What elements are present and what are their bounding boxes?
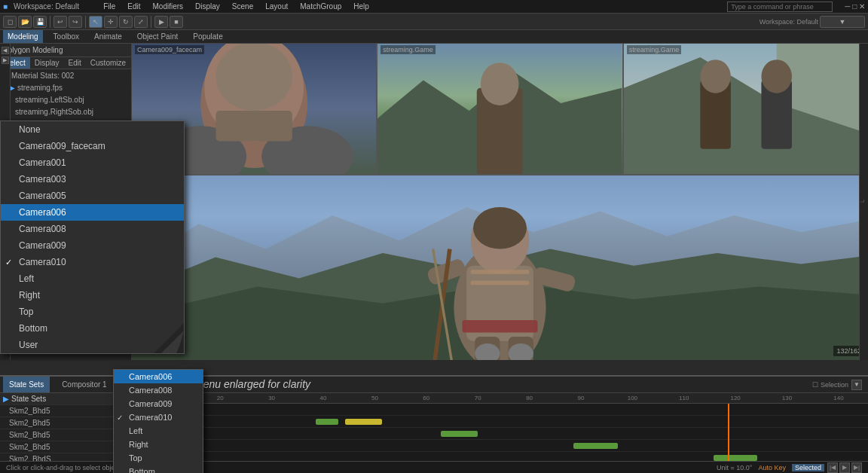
dropdown-label: Left	[129, 426, 142, 435]
dropdown-label: Camera009	[19, 240, 66, 251]
dropdown-label: Camera003	[19, 174, 66, 185]
selection-label: ☐ Selection	[812, 381, 848, 389]
tree-item[interactable]: streaming.LeftSb.obj	[0, 93, 131, 105]
keyframe-green-3[interactable]	[573, 443, 618, 449]
ruler-40: 40	[320, 395, 327, 401]
dropdown-item-cam009face[interactable]: Camera009_facecam	[1, 138, 184, 154]
next-frame-btn[interactable]: ▶|	[851, 462, 862, 473]
ruler-50: 50	[371, 395, 378, 401]
dropdown-right-right[interactable]: Right	[114, 438, 203, 451]
tool-rotate[interactable]: ↻	[119, 16, 133, 28]
viewport-main[interactable]: Camera006 132/162	[132, 175, 868, 360]
sub-tab-display[interactable]: Display	[30, 57, 64, 69]
dropdown-right-cam008[interactable]: Camera008	[114, 383, 203, 397]
menu-file[interactable]: File	[100, 2, 118, 11]
tree-item[interactable]: ▶ Material Stats: 002	[0, 69, 131, 81]
tree-item[interactable]: streaming.RightSob.obj	[0, 105, 131, 117]
unit-label: Unit = 10.0°	[717, 464, 752, 471]
dropdown-label: Left	[19, 273, 34, 284]
dropdown-right-cam006[interactable]: Camera006	[114, 370, 203, 383]
menu-display[interactable]: Display	[192, 2, 223, 11]
viewport-top-right[interactable]: streaming.Game	[624, 44, 868, 174]
ruler-30: 30	[268, 395, 275, 401]
track-label-statesets: ▶ State Sets	[0, 393, 131, 405]
tool-new[interactable]: ◻	[3, 16, 17, 28]
vtool-1[interactable]: ◀	[2, 47, 9, 54]
tool-open[interactable]: 📂	[18, 16, 32, 28]
dropdown-menu-main: None Camera009_facecam Camera001 Camera0…	[0, 121, 185, 354]
viewport-top-row: Camera009_facecam	[132, 44, 868, 175]
menu-help[interactable]: Help	[350, 2, 372, 11]
dropdown-label: Camera008	[19, 224, 66, 234]
vtool-2[interactable]: ▶	[2, 56, 9, 64]
dropdown-right-top[interactable]: Top	[114, 451, 203, 465]
dropdown-item-cam001[interactable]: Camera001	[1, 154, 184, 171]
menu-edit[interactable]: Edit	[124, 2, 143, 11]
tl-tab-statesets[interactable]: State Sets	[3, 377, 50, 392]
ruler-120: 120	[730, 395, 740, 401]
dropdown-item-top[interactable]: Top	[1, 304, 184, 320]
ruler-80: 80	[526, 395, 533, 401]
dropdown-label: Camera009_facecam	[19, 141, 105, 151]
ruler-70: 70	[475, 395, 481, 401]
ruler-60: 60	[423, 395, 429, 401]
keyframe-green-4[interactable]	[714, 455, 758, 461]
keyframe-yellow-1[interactable]	[345, 419, 382, 425]
dropdown-label: Camera010	[19, 257, 66, 267]
checkmark-icon: ✓	[5, 258, 12, 267]
keyframe-green-2[interactable]	[441, 431, 478, 437]
right-label: └	[860, 200, 867, 204]
dropdown-item-cam006[interactable]: Camera006	[1, 204, 184, 221]
tool-undo[interactable]: ↩	[53, 16, 67, 28]
menu-matchgroup[interactable]: MatchGroup	[297, 2, 344, 11]
viewport-area: Camera009_facecam	[132, 44, 868, 360]
svg-point-18	[761, 60, 792, 93]
search-input[interactable]	[727, 2, 833, 12]
mode-populate[interactable]: Populate	[188, 30, 227, 43]
mode-toolbox[interactable]: Toolbox	[49, 30, 84, 43]
panel-title: Polygon Modeling	[3, 46, 63, 54]
keyframe-green-1[interactable]	[316, 419, 338, 425]
tool-redo[interactable]: ↪	[69, 16, 82, 28]
tool-save[interactable]: 💾	[33, 16, 47, 28]
tool-stop[interactable]: ■	[170, 16, 183, 28]
tool-move[interactable]: ✛	[104, 16, 118, 28]
play-btn[interactable]: ▶	[839, 462, 850, 473]
ruler-100: 100	[628, 395, 637, 401]
ruler-110: 110	[679, 395, 689, 401]
dropdown-item-left[interactable]: Left	[1, 270, 184, 287]
dropdown-label: Camera008	[129, 386, 172, 395]
tl-tab-compositor[interactable]: Compositor 1	[56, 377, 112, 392]
dropdown-right-cam010[interactable]: ✓ Camera010	[114, 410, 203, 424]
menu-layout[interactable]: Layout	[262, 2, 291, 11]
dropdown-right-left[interactable]: Left	[114, 424, 203, 438]
dropdown-item-cam009[interactable]: Camera009	[1, 237, 184, 254]
mode-objectpaint[interactable]: Object Paint	[133, 30, 182, 43]
menu-scene[interactable]: Scene	[229, 2, 256, 11]
tool-play[interactable]: ▶	[154, 16, 168, 28]
dropdown-item-cam005[interactable]: Camera005	[1, 188, 184, 204]
tl-filter-btn[interactable]: ▼	[851, 380, 862, 390]
dropdown-item-none[interactable]: None	[1, 121, 184, 138]
dropdown-item-cam010[interactable]: ✓ Camera010	[1, 254, 184, 270]
tool-select[interactable]: ↖	[89, 16, 102, 28]
track-label-1: Skm2_Bhd5	[0, 417, 131, 429]
timeline-controls: ☐ Selection ▼	[812, 380, 865, 390]
mode-modeling[interactable]: Modeling	[3, 30, 43, 43]
prev-frame-btn[interactable]: |◀	[827, 462, 838, 473]
menu-modifiers[interactable]: Modifiers	[149, 2, 186, 11]
tree-item[interactable]: ▶ streaming.fps	[0, 81, 131, 93]
mode-animate[interactable]: Animate	[90, 30, 127, 43]
sub-tab-edit[interactable]: Edit	[64, 57, 86, 69]
viewport-top-middle[interactable]: streaming.Game	[377, 44, 623, 174]
dropdown-right-cam009[interactable]: Camera009	[114, 397, 203, 410]
sub-tab-customize[interactable]: Customize	[86, 57, 130, 69]
dropdown-label: Camera009	[129, 399, 172, 408]
workspace-btn[interactable]: ▼	[820, 16, 865, 28]
tool-scale[interactable]: ⤢	[134, 16, 148, 28]
dropdown-right-bottom[interactable]: Bottom	[114, 465, 203, 473]
dropdown-item-cam008[interactable]: Camera008	[1, 221, 184, 237]
dropdown-item-right[interactable]: Right	[1, 287, 184, 304]
dropdown-item-cam003[interactable]: Camera003	[1, 171, 184, 188]
dropdown-label: Camera006	[129, 372, 172, 381]
